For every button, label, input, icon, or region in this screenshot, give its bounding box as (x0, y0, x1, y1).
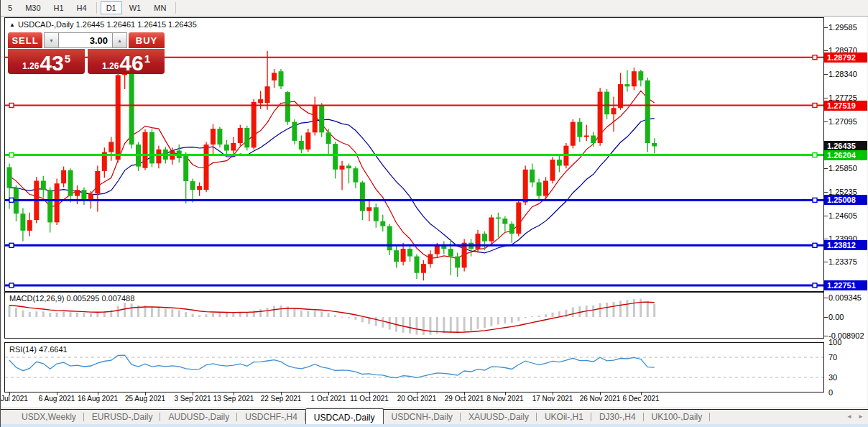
candle-body (638, 71, 643, 81)
macd-histogram-bar (382, 317, 384, 328)
macd-histogram-bar (613, 302, 615, 317)
timeframe-button-h1[interactable]: H1 (48, 1, 70, 14)
timeframe-button-m30[interactable]: M30 (19, 1, 46, 14)
candle-body (190, 181, 195, 190)
line-handle[interactable] (9, 283, 14, 288)
macd-histogram-bar (178, 311, 180, 317)
line-handle[interactable] (9, 153, 14, 157)
candle-body (244, 128, 249, 147)
candle-body (258, 99, 263, 103)
axis-tick (824, 216, 828, 216)
macd-histogram-bar (35, 311, 37, 317)
candle-body (632, 71, 637, 86)
macd-histogram-bar (49, 313, 51, 318)
candle-body (509, 224, 514, 234)
tab-scroll-left-icon[interactable]: ◄ (846, 413, 852, 420)
macd-histogram-bar (273, 306, 275, 317)
candle-body (448, 249, 453, 257)
candle-body (204, 144, 209, 190)
line-handle[interactable] (9, 104, 14, 108)
collapse-triangle-icon[interactable]: ▲ (9, 22, 15, 28)
price-tag: 1.27519 (824, 101, 867, 111)
candle-body (217, 129, 222, 144)
line-handle[interactable] (813, 243, 817, 247)
macd-histogram-bar (511, 317, 513, 323)
macd-histogram-bar (320, 312, 323, 317)
timeframe-button-w1[interactable]: W1 (124, 1, 147, 14)
chart-tab-usdcad[interactable]: USDCAD-,Daily (305, 408, 384, 424)
rsi-indicator-pane[interactable] (4, 342, 824, 392)
volume-input[interactable] (59, 32, 112, 48)
line-handle[interactable] (813, 55, 817, 60)
chart-ohlc-values: 1.26445 1.26461 1.26415 1.26435 (76, 20, 197, 29)
macd-histogram-bar (572, 308, 574, 318)
macd-histogram-bar (402, 317, 405, 333)
chart-tab-audusd[interactable]: AUDUSD-,Daily (160, 410, 237, 424)
line-handle[interactable] (813, 198, 817, 202)
candle-body (421, 264, 426, 273)
buy-price-display[interactable]: 1.26 46 1 (88, 49, 165, 74)
candle-body (394, 250, 399, 262)
chart-tab-xauusd[interactable]: XAUUSD-,Daily (461, 410, 537, 424)
sell-price-display[interactable]: 1.26 43 5 (8, 49, 85, 74)
timeframe-button-h4[interactable]: H4 (71, 1, 93, 14)
chart-tab-usdchf[interactable]: USDCHF-,H4 (237, 410, 305, 424)
macd-histogram-bar (647, 301, 649, 317)
buy-button[interactable]: BUY (129, 32, 165, 48)
macd-histogram-bar (375, 317, 377, 326)
buy-price-point: 1 (144, 52, 150, 65)
macd-histogram-bar (619, 300, 622, 317)
candle-body (313, 106, 318, 133)
macd-histogram-bar (328, 313, 330, 317)
chart-tab-usdcnh[interactable]: USDCNH-,Daily (384, 410, 461, 424)
candle-body (407, 249, 412, 257)
macd-histogram-bar (470, 317, 472, 331)
line-handle[interactable] (813, 153, 817, 157)
rsi-canvas[interactable] (5, 343, 823, 392)
line-handle[interactable] (9, 243, 14, 247)
date-axis-label: 17 Nov 2021 (532, 395, 573, 403)
sell-button[interactable]: SELL (8, 32, 42, 48)
rsi-axis-label: 100 (828, 338, 841, 346)
macd-label: MACD(12,26,9) 0.005295 0.007488 (9, 294, 134, 303)
macd-histogram-bar (131, 303, 133, 317)
timeframe-button-mn[interactable]: MN (148, 1, 172, 14)
candle-body (108, 142, 114, 152)
candle-body (61, 170, 66, 183)
timeframe-button-d1[interactable]: D1 (101, 1, 122, 14)
price-tag: 1.26204 (824, 150, 867, 160)
candle-body (462, 243, 467, 268)
axis-tick (824, 27, 828, 28)
date-axis-label: 1 Oct 2021 (311, 395, 346, 403)
date-axis-label: 22 Sep 2021 (261, 395, 302, 403)
ma-fast-line (9, 91, 655, 258)
volume-increase-button[interactable]: ▲ (112, 32, 127, 48)
macd-histogram-bar (416, 317, 418, 335)
macd-histogram-bar (599, 303, 601, 317)
chart-tab-dj30[interactable]: DJ30-,H4 (591, 410, 644, 424)
macd-histogram-bar (124, 303, 126, 317)
chart-tab-ukoil[interactable]: UKOil-,H1 (537, 410, 591, 424)
line-handle[interactable] (9, 198, 14, 202)
chart-tab-eurusd[interactable]: EURUSD-,Daily (84, 410, 161, 424)
candle-body (543, 181, 548, 196)
chart-tab-usdx[interactable]: USDX,Weekly (14, 410, 84, 424)
toolbar-separator (175, 2, 176, 14)
candle-body (537, 183, 542, 196)
macd-histogram-bar (117, 306, 119, 318)
chart-tab-uk100[interactable]: UK100-,Daily (644, 410, 711, 424)
macd-axis-label: 0.009345 (828, 293, 862, 302)
line-handle[interactable] (813, 283, 817, 288)
tab-scroll-right-icon[interactable]: ► (858, 413, 864, 420)
macd-histogram-bar (165, 309, 167, 317)
candle-body (624, 84, 629, 86)
candle-body (149, 132, 154, 164)
candle-body (584, 136, 589, 137)
macd-histogram-bar (29, 312, 31, 317)
macd-histogram-bar (341, 317, 343, 318)
line-handle[interactable] (813, 104, 817, 108)
macd-histogram-bar (314, 311, 316, 317)
candle-body (88, 193, 93, 199)
timeframe-button-5[interactable]: 5 (2, 1, 18, 14)
volume-decrease-button[interactable]: ▼ (44, 32, 59, 48)
